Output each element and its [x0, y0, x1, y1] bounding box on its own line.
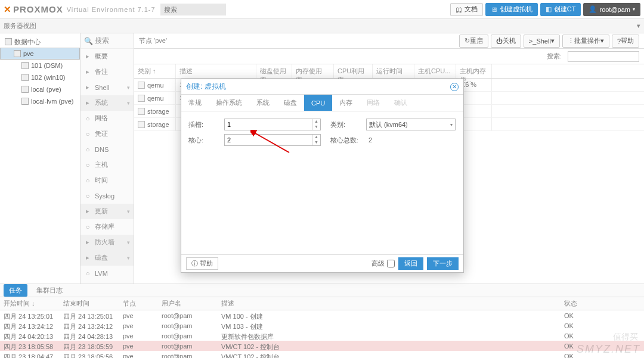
type-label: 类别:	[330, 120, 366, 129]
spin-up-icon[interactable]: ▲	[312, 119, 320, 124]
watermark: 值得买	[613, 332, 638, 343]
next-button[interactable]: 下一步	[427, 257, 459, 270]
modal-tab[interactable]: 内存	[332, 95, 360, 111]
modal-tab: 网络	[360, 95, 387, 111]
watermark: SMYZ.NET	[577, 343, 640, 356]
modal-tab[interactable]: CPU	[304, 95, 332, 111]
create-vm-modal: 创建: 虚拟机 ✕ 常规操作系统系统磁盘CPU内存网络确认 插槽: ▲▼ 类别:…	[181, 79, 464, 273]
sockets-label: 插槽:	[188, 120, 224, 129]
cpu-type-select[interactable]: 默认 (kvm64)▾	[366, 119, 456, 130]
modal-help-button[interactable]: ⓘ 帮助	[186, 257, 218, 270]
close-icon[interactable]: ✕	[450, 83, 459, 91]
total-cores-label: 核心总数:	[330, 136, 366, 145]
cores-label: 核心:	[188, 136, 224, 145]
modal-tab[interactable]: 系统	[249, 95, 277, 111]
spin-up-icon[interactable]: ▲	[312, 135, 320, 140]
modal-tabs: 常规操作系统系统磁盘CPU内存网络确认	[181, 95, 463, 111]
modal-tab[interactable]: 操作系统	[209, 95, 249, 111]
spin-down-icon[interactable]: ▼	[312, 124, 320, 130]
modal-tab: 确认	[387, 95, 414, 111]
chevron-down-icon: ▾	[450, 122, 453, 127]
modal-tab[interactable]: 常规	[181, 95, 209, 111]
modal-tab[interactable]: 磁盘	[277, 95, 304, 111]
advanced-toggle[interactable]: 高级	[371, 259, 395, 268]
back-button[interactable]: 返回	[398, 257, 423, 270]
modal-title: 创建: 虚拟机	[186, 82, 226, 92]
cores-input[interactable]: ▲▼	[224, 134, 321, 146]
total-cores-value: 2	[366, 136, 374, 144]
sockets-input[interactable]: ▲▼	[224, 119, 321, 130]
spin-down-icon[interactable]: ▼	[312, 140, 320, 145]
